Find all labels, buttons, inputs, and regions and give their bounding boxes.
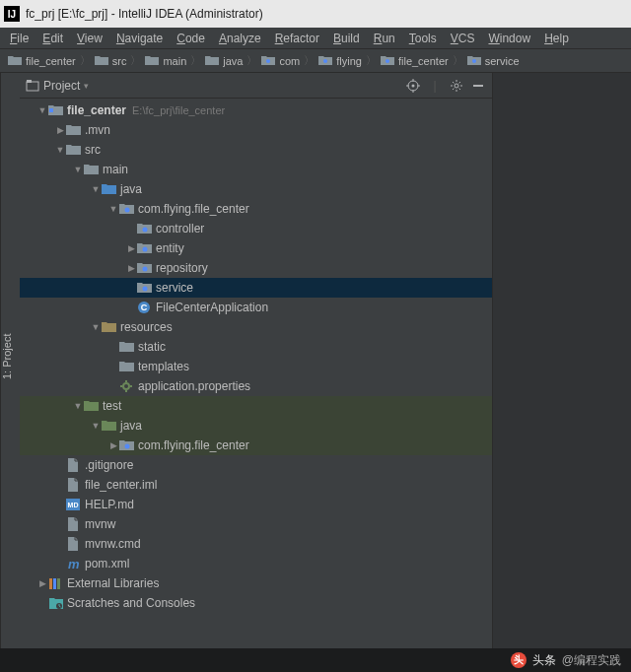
tree-node-label: Scratches and Consoles <box>67 596 195 610</box>
chevron-down-icon[interactable]: ▼ <box>73 165 83 174</box>
tree-node--mvn[interactable]: ▶.mvn <box>20 120 492 140</box>
svg-point-0 <box>266 59 270 63</box>
breadcrumb-separator: 〉 <box>190 53 201 68</box>
menu-file[interactable]: File <box>4 30 35 47</box>
menu-code[interactable]: Code <box>171 30 211 47</box>
panel-title[interactable]: Project ▾ <box>26 79 399 93</box>
tree-node-label: FileCenterApplication <box>156 301 268 314</box>
chevron-right-icon[interactable]: ▶ <box>126 263 136 273</box>
tree-node-label: src <box>85 143 101 157</box>
menu-analyze[interactable]: Analyze <box>213 30 267 47</box>
chevron-down-icon[interactable]: ▼ <box>55 145 65 155</box>
menu-navigate[interactable]: Navigate <box>110 30 169 47</box>
tree-node-label: .gitignore <box>85 458 133 472</box>
tree-node-com-flying-file-center[interactable]: ▼com.flying.file_center <box>20 199 492 219</box>
chevron-down-icon[interactable]: ▼ <box>91 421 101 431</box>
menu-window[interactable]: Window <box>482 30 536 47</box>
menu-run[interactable]: Run <box>368 30 401 47</box>
tree-node-com-flying-file-center[interactable]: ▶com.flying.file_center <box>20 436 492 455</box>
folder-java-icon <box>101 182 116 196</box>
chevron-right-icon[interactable]: ▶ <box>37 578 47 588</box>
tree-node-resources[interactable]: ▼resources <box>20 317 492 337</box>
tree-node-filecenterapplication[interactable]: CFileCenterApplication <box>20 298 492 317</box>
menu-tools[interactable]: Tools <box>403 30 443 47</box>
breadcrumb-separator: 〉 <box>246 53 257 68</box>
tree-node-service[interactable]: service <box>20 278 492 298</box>
folder-test-icon <box>83 399 99 413</box>
svg-point-1 <box>323 59 327 63</box>
tree-node-label: pom.xml <box>85 557 129 571</box>
tree-node-path: E:\fc_prj\file_center <box>132 104 225 116</box>
breadcrumb-item[interactable]: file_center <box>8 55 76 67</box>
svg-point-15 <box>124 208 129 213</box>
breadcrumb-item[interactable]: com <box>261 55 300 67</box>
tree-node-entity[interactable]: ▶entity <box>20 238 492 258</box>
breadcrumb-item[interactable]: src <box>95 55 127 67</box>
tree-node-label: application.properties <box>138 379 250 393</box>
tree-node-label: main <box>103 163 128 176</box>
menu-build[interactable]: Build <box>327 30 366 47</box>
breadcrumb-item[interactable]: file_center <box>381 55 449 67</box>
menu-vcs[interactable]: VCS <box>445 30 481 47</box>
tree-node-repository[interactable]: ▶repository <box>20 258 492 278</box>
tree-node-help-md[interactable]: MDHELP.md <box>20 495 492 514</box>
chevron-down-icon[interactable]: ▼ <box>73 401 83 411</box>
tree-node-src[interactable]: ▼src <box>20 140 492 160</box>
svg-point-7 <box>412 84 415 87</box>
tree-node-mvnw[interactable]: mvnw <box>20 514 492 534</box>
chevron-right-icon[interactable]: ▶ <box>55 125 65 135</box>
menu-view[interactable]: View <box>71 30 108 47</box>
tree-node-scratches-and-consoles[interactable]: Scratches and Consoles <box>20 593 492 613</box>
tree-node-label: java <box>120 182 142 196</box>
file-icon <box>65 537 81 551</box>
tree-node-file-center-iml[interactable]: file_center.iml <box>20 475 492 495</box>
tree-node-label: HELP.md <box>85 498 134 511</box>
tree-node-templates[interactable]: templates <box>20 357 492 376</box>
tree-node-application-properties[interactable]: application.properties <box>20 376 492 396</box>
tree-node-java[interactable]: ▼java <box>20 416 492 436</box>
gear-icon[interactable] <box>449 78 464 94</box>
tree-node-static[interactable]: static <box>20 337 492 357</box>
folder-res-icon <box>101 320 116 334</box>
breadcrumb-separator: 〉 <box>304 53 315 68</box>
menu-edit[interactable]: Edit <box>36 30 69 47</box>
svg-point-19 <box>142 287 147 292</box>
chevron-down-icon[interactable]: ▼ <box>108 204 118 214</box>
tree-node-label: com.flying.file_center <box>138 202 249 216</box>
target-icon[interactable] <box>405 78 421 94</box>
breadcrumb-item[interactable]: service <box>467 55 520 67</box>
file-icon <box>65 517 81 531</box>
scratch-icon <box>47 596 63 610</box>
panel-header: Project ▾ | <box>20 73 492 99</box>
brand-icon: 头 <box>511 652 526 668</box>
chevron-down-icon[interactable]: ▼ <box>91 322 101 332</box>
chevron-right-icon[interactable]: ▶ <box>108 440 118 450</box>
svg-rect-28 <box>53 578 56 589</box>
svg-text:MD: MD <box>68 502 79 508</box>
svg-point-22 <box>123 383 129 389</box>
divider: | <box>427 78 443 94</box>
tree-node-pom-xml[interactable]: mpom.xml <box>20 554 492 573</box>
tree-node--gitignore[interactable]: .gitignore <box>20 455 492 475</box>
tree-node-java[interactable]: ▼java <box>20 179 492 199</box>
minimize-icon[interactable] <box>470 78 486 94</box>
breadcrumb-item[interactable]: main <box>145 55 186 67</box>
chevron-down-icon[interactable]: ▼ <box>91 184 101 194</box>
editor-area <box>493 73 631 648</box>
tree-node-external-libraries[interactable]: ▶External Libraries <box>20 573 492 593</box>
menu-help[interactable]: Help <box>538 30 575 47</box>
tree-node-label: static <box>138 340 166 354</box>
tree-node-controller[interactable]: controller <box>20 219 492 238</box>
menu-refactor[interactable]: Refactor <box>269 30 325 47</box>
sidebar-tab-project[interactable]: 1: Project <box>0 73 20 648</box>
package-icon <box>136 222 152 235</box>
tree-node-main[interactable]: ▼main <box>20 160 492 179</box>
chevron-right-icon[interactable]: ▶ <box>126 243 136 253</box>
tree-node-mvnw-cmd[interactable]: mvnw.cmd <box>20 534 492 554</box>
breadcrumb-item[interactable]: flying <box>318 55 362 67</box>
tree-node-file-center[interactable]: ▼file_centerE:\fc_prj\file_center <box>20 101 492 120</box>
tree-node-test[interactable]: ▼test <box>20 396 492 416</box>
chevron-down-icon[interactable]: ▼ <box>37 105 47 115</box>
svg-rect-5 <box>27 80 32 83</box>
breadcrumb-item[interactable]: java <box>205 55 243 67</box>
